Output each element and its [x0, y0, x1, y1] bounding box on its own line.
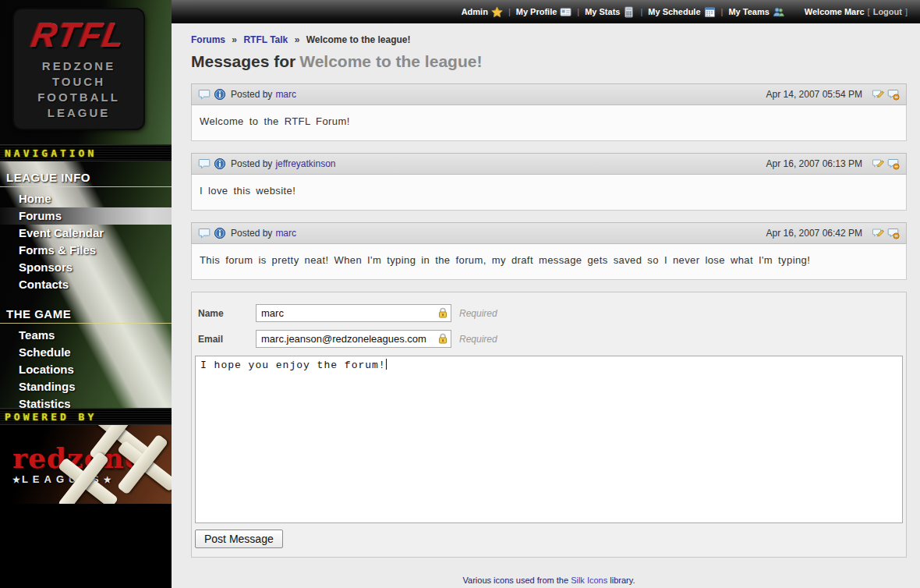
comment-icon [198, 88, 211, 101]
name-row: Name Required [198, 304, 904, 322]
message-date: Apr 14, 2007 05:54 PM [766, 89, 862, 100]
message-body: I love this website! [191, 175, 907, 211]
breadcrumb-forums-link[interactable]: Forums [191, 34, 225, 45]
lock-icon [437, 307, 448, 319]
breadcrumb-rtfl-talk-link[interactable]: RTFL Talk [243, 34, 288, 45]
topbar-my-profile[interactable]: My Profile [516, 6, 572, 18]
topbar-separator: | [577, 7, 579, 16]
comment-icon [198, 158, 211, 170]
author-link[interactable]: marc [275, 228, 296, 239]
post-message-form: Name Required Email Required I hope you … [191, 292, 907, 558]
sidebar-filler [0, 504, 172, 588]
welcome-user-label: Welcome Marc [805, 7, 865, 16]
breadcrumb-separator: » [232, 34, 237, 45]
message-body: This forum is pretty neat! When I'm typi… [191, 244, 907, 280]
logo-area: RTFL REDZONE TOUCH FOOTBALL LEAGUE [0, 0, 172, 144]
sidebar-item-event-calendar[interactable]: Event Calendar [0, 225, 172, 242]
message-date: Apr 16, 2007 06:42 PM [766, 228, 862, 239]
email-label: Email [198, 334, 256, 345]
sidebar-item-home[interactable]: Home [0, 190, 172, 207]
group-icon [773, 6, 784, 18]
sidebar-menu: LEAGUE INFO Home Forums Event Calendar F… [0, 161, 172, 408]
heading-the-game: THE GAME [0, 303, 172, 324]
post-message-button[interactable]: Post Message [195, 530, 283, 548]
breadcrumb-current: Welcome to the league! [306, 34, 411, 45]
logo-line-1: REDZONE [42, 58, 115, 74]
star-glyph: ★ [12, 475, 22, 484]
sidebar-item-standings[interactable]: Standings [0, 378, 172, 395]
required-label: Required [459, 334, 497, 345]
email-row: Email Required [198, 330, 904, 348]
posted-by-label: Posted by [231, 228, 272, 239]
silk-icons-link[interactable]: Silk Icons [571, 576, 607, 585]
topbar-my-teams[interactable]: My Teams [728, 6, 784, 18]
logo-abbr: RTFL [29, 18, 128, 52]
vcard-icon [560, 6, 571, 18]
edit-message-icon[interactable] [872, 158, 884, 170]
logout-bracket: ] [905, 7, 908, 16]
message-header: Posted by marc Apr 14, 2007 05:54 PM [191, 83, 907, 105]
breadcrumb: Forums » RTFL Talk » Welcome to the leag… [191, 34, 907, 45]
page-footer: Various icons used from the Silk Icons l… [191, 572, 907, 588]
comment-icon [198, 227, 211, 239]
message-header: Posted by jeffreyatkinson Apr 16, 2007 0… [191, 153, 907, 175]
posted-by-label: Posted by [231, 89, 272, 100]
page-title: Messages forWelcome to the league! [191, 52, 907, 71]
name-label: Name [198, 308, 256, 319]
forum-message: Posted by jeffreyatkinson Apr 16, 2007 0… [191, 153, 907, 211]
info-icon[interactable] [214, 158, 226, 170]
sidebar-item-contacts[interactable]: Contacts [0, 276, 172, 293]
logo-line-3: FOOTBALL [37, 90, 120, 105]
logout-link[interactable]: Logout [873, 7, 902, 16]
message-body: Welcome to the RTFL Forum! [191, 105, 907, 141]
topbar: Admin | My Profile | My Stats | My Sched… [172, 0, 920, 23]
required-label: Required [459, 308, 497, 319]
topbar-my-stats[interactable]: My Stats [585, 6, 635, 18]
sidebar-item-teams[interactable]: Teams [0, 327, 172, 344]
star-icon [491, 6, 503, 18]
delete-message-icon[interactable] [887, 88, 900, 101]
sidebar-item-forms-files[interactable]: Forms & Files [0, 242, 172, 259]
content-area: Forums » RTFL Talk » Welcome to the leag… [172, 23, 920, 588]
topbar-my-schedule[interactable]: My Schedule [648, 6, 715, 18]
rtfl-logo[interactable]: RTFL REDZONE TOUCH FOOTBALL LEAGUE [14, 9, 143, 129]
logo-line-2: TOUCH [52, 74, 105, 90]
footer-credit-icons: Various icons used from the Silk Icons l… [191, 572, 907, 588]
breadcrumb-separator: » [295, 34, 300, 45]
message-date: Apr 16, 2007 06:13 PM [766, 158, 862, 169]
logo-line-4: LEAGUE [48, 105, 111, 121]
edit-message-icon[interactable] [872, 88, 884, 101]
text-caret [386, 359, 387, 370]
sidebar-item-locations[interactable]: Locations [0, 361, 172, 378]
forum-message: Posted by marc Apr 14, 2007 05:54 PM Wel… [191, 83, 907, 141]
sidebar-item-schedule[interactable]: Schedule [0, 344, 172, 361]
message-textarea[interactable]: I hope you enjoy the forum! [195, 356, 903, 523]
info-icon[interactable] [214, 227, 226, 239]
star-glyph: ★ [104, 475, 113, 484]
forum-message: Posted by marc Apr 16, 2007 06:42 PM Thi… [191, 222, 907, 280]
author-link[interactable]: jeffreyatkinson [275, 158, 335, 169]
logout-bracket: [ [868, 7, 870, 16]
delete-message-icon[interactable] [887, 227, 900, 239]
topbar-separator: | [721, 7, 724, 16]
author-link[interactable]: marc [275, 89, 296, 100]
name-field[interactable] [256, 304, 451, 322]
delete-message-icon[interactable] [887, 158, 900, 170]
main-column: Admin | My Profile | My Stats | My Sched… [172, 0, 920, 588]
posted-by-label: Posted by [231, 158, 272, 169]
redzone-leagues-logo[interactable]: redzone ★LEAGUES★ [0, 425, 172, 504]
topbar-admin[interactable]: Admin [462, 6, 503, 18]
powered-by-led-banner: POWERED BY [0, 408, 172, 425]
edit-message-icon[interactable] [872, 227, 884, 239]
lock-icon [437, 333, 448, 345]
email-field[interactable] [256, 330, 451, 348]
topbar-separator: | [640, 7, 642, 16]
calculator-icon [623, 6, 635, 18]
topbar-separator: | [508, 7, 511, 16]
sidebar-item-sponsors[interactable]: Sponsors [0, 259, 172, 276]
calendar-icon [704, 6, 716, 18]
navigation-led-banner: NAVIGATION [0, 144, 172, 161]
heading-league-info: LEAGUE INFO [0, 166, 172, 187]
sidebar-item-forums[interactable]: Forums [0, 207, 172, 225]
info-icon[interactable] [214, 88, 226, 101]
